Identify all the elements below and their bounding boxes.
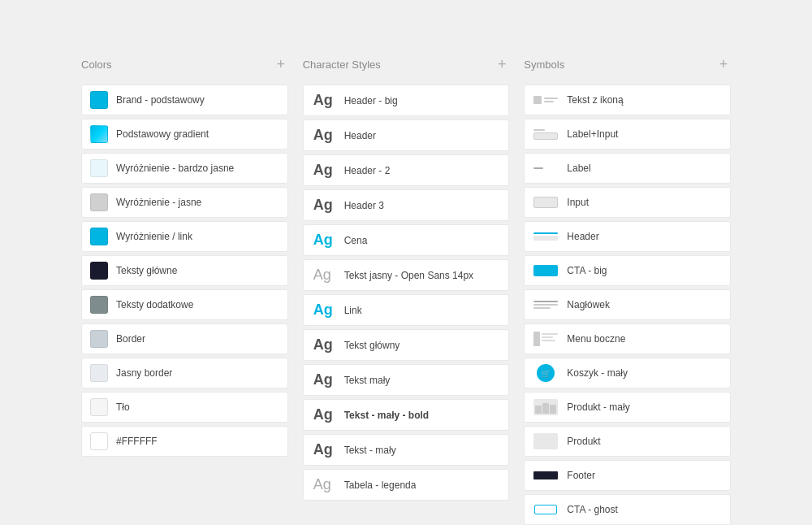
symbol-label-header: Header <box>567 231 598 242</box>
color-label-link: Wyróżnienie / link <box>116 231 192 242</box>
symbol-item-input[interactable]: Input <box>524 187 731 218</box>
color-item-texts-main[interactable]: Teksty główne <box>81 255 288 286</box>
symbol-icon-menu-boczne <box>533 330 559 348</box>
char-label-header-2: Header - 2 <box>344 165 391 176</box>
symbol-item-naglowek[interactable]: Nagłówek <box>524 289 731 320</box>
symbol-icon-cta-ghost <box>533 501 559 518</box>
color-item-light[interactable]: Wyróżnienie - jasne <box>81 187 288 218</box>
symbol-label-menu-boczne: Menu boczne <box>567 333 625 345</box>
color-swatch-link <box>90 228 108 245</box>
char-item-tekst-maly2[interactable]: Ag Tekst - mały <box>303 434 510 466</box>
char-styles-list: Ag Header - big Ag Header Ag Header - 2 … <box>303 85 510 501</box>
char-item-header-big[interactable]: Ag Header - big <box>303 85 510 116</box>
symbol-item-koszyk[interactable]: 🛒 Koszyk - mały <box>524 358 731 388</box>
char-item-cena[interactable]: Ag Cena <box>303 224 510 256</box>
char-item-tekst-jasny[interactable]: Ag Tekst jasny - Open Sans 14px <box>303 259 510 291</box>
char-styles-panel: Character Styles + Ag Header - big Ag He… <box>303 57 510 525</box>
char-ag-header-3: Ag <box>313 197 335 214</box>
char-item-tabela-legenda[interactable]: Ag Tabela - legenda <box>303 469 510 501</box>
color-swatch-white <box>90 432 108 450</box>
color-label-border: Border <box>116 333 145 345</box>
color-swatch-jasny-border <box>90 364 108 382</box>
symbol-item-header[interactable]: Header <box>524 221 731 252</box>
symbol-item-cta-ghost[interactable]: CTA - ghost <box>524 494 731 525</box>
color-item-jasny-border[interactable]: Jasny border <box>81 358 288 388</box>
color-label-texts-main: Teksty główne <box>116 265 177 276</box>
color-item-brand[interactable]: Brand - podstawowy <box>81 85 288 115</box>
color-item-tlo[interactable]: Tło <box>81 392 288 423</box>
symbol-item-cta-big[interactable]: CTA - big <box>524 255 731 286</box>
symbol-label-naglowek: Nagłówek <box>567 299 610 310</box>
symbol-item-produkt-maly[interactable]: Produkt - mały <box>524 392 731 423</box>
char-ag-tekst-glowny: Ag <box>313 336 335 354</box>
color-swatch-light <box>90 193 108 211</box>
symbol-icon-label <box>533 159 559 177</box>
color-item-gradient[interactable]: Podstawowy gradient <box>81 119 288 150</box>
color-swatch-texts-add <box>90 296 108 314</box>
char-ag-cena: Ag <box>313 232 335 249</box>
color-label-light: Wyróżnienie - jasne <box>116 197 201 208</box>
char-item-link[interactable]: Ag Link <box>303 294 510 326</box>
symbol-item-footer[interactable]: Footer <box>524 460 731 491</box>
char-ag-header-2: Ag <box>313 162 335 179</box>
symbols-panel-header: Symbols + <box>524 57 731 76</box>
char-label-tekst-jasny: Tekst jasny - Open Sans 14px <box>344 270 473 281</box>
symbols-panel-title: Symbols <box>524 59 564 71</box>
char-label-tekst-maly: Tekst mały <box>344 375 391 386</box>
color-item-very-light[interactable]: Wyróżnienie - bardzo jasne <box>81 153 288 184</box>
color-item-white[interactable]: #FFFFFF <box>81 426 288 457</box>
main-container: Colors + Brand - podstawowy Podstawowy g… <box>0 0 812 525</box>
symbol-item-tekst-z-ikona[interactable]: Tekst z ikoną <box>524 85 731 115</box>
symbol-label-label-input: Label+Input <box>567 128 618 140</box>
char-item-tekst-maly[interactable]: Ag Tekst mały <box>303 364 510 396</box>
symbol-icon-naglowek <box>533 296 559 314</box>
color-item-texts-add[interactable]: Teksty dodatkowe <box>81 289 288 320</box>
symbol-item-produkt[interactable]: Produkt <box>524 426 731 457</box>
char-item-header-2[interactable]: Ag Header - 2 <box>303 154 510 186</box>
symbol-item-label-input[interactable]: Label+Input <box>524 119 731 150</box>
char-label-header-big: Header - big <box>344 95 398 106</box>
color-label-jasny-border: Jasny border <box>116 367 172 379</box>
char-ag-tekst-maly: Ag <box>313 371 335 388</box>
color-item-link[interactable]: Wyróżnienie / link <box>81 221 288 252</box>
char-label-tekst-maly-bold: Tekst - mały - bold <box>344 410 429 421</box>
symbol-label-input: Input <box>567 197 589 208</box>
color-swatch-texts-main <box>90 262 108 280</box>
symbol-item-label[interactable]: Label <box>524 153 731 184</box>
color-swatch-tlo <box>90 398 108 416</box>
color-swatch-brand <box>90 91 108 109</box>
symbol-label-cta-big: CTA - big <box>567 265 607 276</box>
symbols-add-button[interactable]: + <box>716 57 731 72</box>
symbol-label-tekst-z-ikona: Tekst z ikoną <box>567 94 623 106</box>
char-ag-header: Ag <box>313 127 335 144</box>
symbol-item-menu-boczne[interactable]: Menu boczne <box>524 323 731 354</box>
colors-add-button[interactable]: + <box>274 57 288 72</box>
colors-panel-title: Colors <box>81 59 112 71</box>
char-label-tekst-glowny: Tekst główny <box>344 340 400 351</box>
symbol-label-produkt: Produkt <box>567 436 600 447</box>
char-ag-tekst-maly2: Ag <box>313 441 335 458</box>
symbol-icon-header <box>533 228 559 245</box>
color-label-white: #FFFFFF <box>116 436 158 447</box>
char-ag-tekst-maly-bold: Ag <box>313 406 335 423</box>
char-ag-header-big: Ag <box>313 92 335 109</box>
char-styles-panel-header: Character Styles + <box>303 57 510 76</box>
char-item-header[interactable]: Ag Header <box>303 119 510 151</box>
symbol-icon-tekst-z-ikona <box>533 91 559 109</box>
char-item-tekst-glowny[interactable]: Ag Tekst główny <box>303 329 510 361</box>
char-item-header-3[interactable]: Ag Header 3 <box>303 189 510 221</box>
char-ag-tabela-legenda: Ag <box>313 476 335 493</box>
char-styles-panel-title: Character Styles <box>303 59 381 71</box>
color-item-border[interactable]: Border <box>81 323 288 354</box>
char-label-cena: Cena <box>344 235 368 246</box>
char-ag-link: Ag <box>313 302 335 319</box>
char-label-header-3: Header 3 <box>344 200 384 211</box>
symbol-icon-footer <box>533 466 559 484</box>
char-item-tekst-maly-bold[interactable]: Ag Tekst - mały - bold <box>303 399 510 431</box>
color-label-very-light: Wyróżnienie - bardzo jasne <box>116 163 234 174</box>
char-styles-add-button[interactable]: + <box>495 57 509 72</box>
color-label-brand: Brand - podstawowy <box>116 94 205 106</box>
colors-panel: Colors + Brand - podstawowy Podstawowy g… <box>81 57 288 525</box>
colors-panel-header: Colors + <box>81 57 288 76</box>
symbols-list: Tekst z ikoną Label+Input Label Input <box>524 85 731 525</box>
